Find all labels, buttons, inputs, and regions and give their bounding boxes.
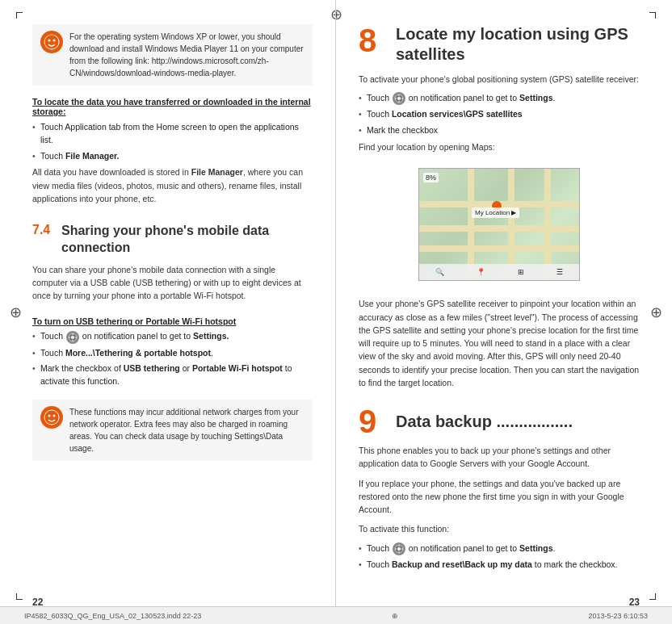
gps-bullet-1-text: Touch on notification panel to get to Se… [367,92,555,105]
bullet-dot-2: • [32,150,40,163]
map-road-h3 [419,245,579,252]
gps-body-text: Use your phone's GPS satellite receiver … [359,297,640,389]
svg-rect-22 [395,548,397,549]
svg-point-1 [48,40,51,42]
svg-rect-7 [69,337,70,337]
right-page: 8 Locate my location using GPS satellite… [336,0,672,624]
usb-bullet-2: • Touch More...\Tethering & portable hot… [32,347,313,360]
svg-rect-20 [398,545,399,547]
bullet-file-manager-text: Touch File Manager. [40,150,119,163]
svg-rect-6 [72,340,73,341]
gps-bullet-2-text: Touch Location services\GPS satellites [367,108,523,121]
footer-bar: IP4582_6033Q_QG_Eng_USA_02_130523.indd 2… [0,606,672,624]
svg-point-0 [44,35,59,49]
section-9-title: Data backup ................. [396,412,573,432]
bullet-file-manager: • Touch File Manager. [32,150,313,163]
map-tool-menu: ☰ [556,268,563,276]
section-74-header: 7.4 Sharing your phone's mobile data con… [32,223,313,257]
backup-bullet-1: • Touch on notification panel to get to … [359,542,640,555]
gps-bd-3: • [359,124,367,137]
svg-point-9 [44,410,59,425]
settings-icon-gps [393,92,405,105]
gps-bullet-3: • Mark the checkbox [359,124,640,137]
note-text: These functions may incur additional net… [69,406,304,454]
bullet-dot-u2: • [32,347,40,360]
bullet-application-tab-text: Touch Application tab from the Home scre… [40,121,313,147]
activate-backup-text: To activate this function: [359,522,640,535]
section-74-number: 7.4 [32,223,55,237]
usb-bullet-3: • Mark the checkbox of USB tethering or … [32,362,313,388]
map-tool-layers: ⊞ [518,268,524,276]
svg-point-4 [71,336,74,339]
note-icon [40,406,63,429]
settings-icon-backup [393,542,405,555]
gps-bd-1: • [359,92,367,105]
bullet-dot-1: • [32,121,40,134]
section-74-title: Sharing your phone's mobile data connect… [61,223,313,257]
footer-center-icon: ⊕ [392,612,398,620]
backup-bullet-2: • Touch Backup and reset\Back up my data… [359,559,640,572]
svg-rect-14 [398,94,399,96]
section-9-header: 9 Data backup ................. [359,405,640,438]
settings-icon-1 [66,331,79,344]
usb-bullet-3-text: Mark the checkbox of USB tethering or Po… [40,362,313,388]
gps-bullet-2: • Touch Location services\GPS satellites [359,108,640,121]
section-9-number: 9 [359,405,389,438]
svg-rect-8 [75,337,77,337]
map-image: My Location ▶ 8% 🔍 📍 ⊞ ☰ [418,168,580,281]
bullet-dot-u3: • [32,362,40,375]
section-8-header: 8 Locate my location using GPS satellite… [359,24,640,65]
svg-rect-15 [398,101,399,103]
svg-point-11 [53,414,56,417]
find-location-text: Find your location by opening Maps: [359,140,640,153]
section-74-body: You can share your phone's mobile data c… [32,263,313,303]
warning-box-top: For the operating system Windows XP or l… [32,24,313,86]
gps-bullet-3-text: Mark the checkbox [367,124,438,137]
warning-icon-top [40,31,63,53]
backup-bullet-1-text: Touch on notification panel to get to Se… [367,542,555,555]
map-percent: 8% [423,173,439,182]
backup-bd-2: • [359,559,367,572]
gps-bullet-1: • Touch on notification panel to get to … [359,92,640,105]
backup-text-2: If you replace your phone, the settings … [359,477,640,517]
file-manager-body: All data you have downloaded is stored i… [32,165,313,205]
page-container: ⊕ ⊕ For the operating system Windows XP … [0,0,672,624]
svg-point-13 [397,97,401,100]
bullet-dot-u1: • [32,330,40,343]
usb-bullet-1-text: Touch on notification panel to get to Se… [40,330,229,343]
map-toolbar: 🔍 📍 ⊞ ☰ [419,264,579,280]
map-tool-pin: 📍 [477,268,485,276]
map-inner: My Location ▶ 8% 🔍 📍 ⊞ ☰ [419,169,579,280]
usb-bullet-1: • Touch on notification panel to get to … [32,330,313,343]
backup-text-1: This phone enables you to back up your p… [359,444,640,471]
usb-bullet-2-text: Touch More...\Tethering & portable hotsp… [40,347,213,360]
svg-point-2 [53,40,56,42]
map-road-h2 [419,225,579,232]
bullet-application-tab: • Touch Application tab from the Home sc… [32,121,313,147]
map-tool-search: 🔍 [435,268,444,276]
svg-point-19 [397,547,401,551]
svg-rect-21 [398,551,399,553]
activate-gps-text: To activate your phone's global position… [359,73,640,86]
map-location-label: My Location ▶ [472,207,519,218]
gps-bd-2: • [359,108,367,121]
svg-rect-17 [401,98,403,99]
footer-left: IP4582_6033Q_QG_Eng_USA_02_130523.indd 2… [24,612,201,620]
left-page: For the operating system Windows XP or l… [0,0,336,624]
svg-point-10 [48,414,51,417]
svg-rect-23 [401,548,403,549]
footer-right: 2013-5-23 6:10:53 [588,612,648,620]
usb-heading: To turn on USB tethering or Portable Wi-… [32,316,313,326]
locate-data-heading: To locate the data you have transferred … [32,97,313,116]
note-box: These functions may incur additional net… [32,400,313,461]
section-8-title: Locate my location using GPS satellites [396,24,640,65]
backup-bd-1: • [359,542,367,555]
backup-bullet-2-text: Touch Backup and reset\Back up my data t… [367,559,617,572]
section-8-number: 8 [359,24,389,57]
svg-rect-16 [395,98,397,99]
warning-text-top: For the operating system Windows XP or l… [69,31,304,79]
svg-rect-5 [72,333,73,335]
